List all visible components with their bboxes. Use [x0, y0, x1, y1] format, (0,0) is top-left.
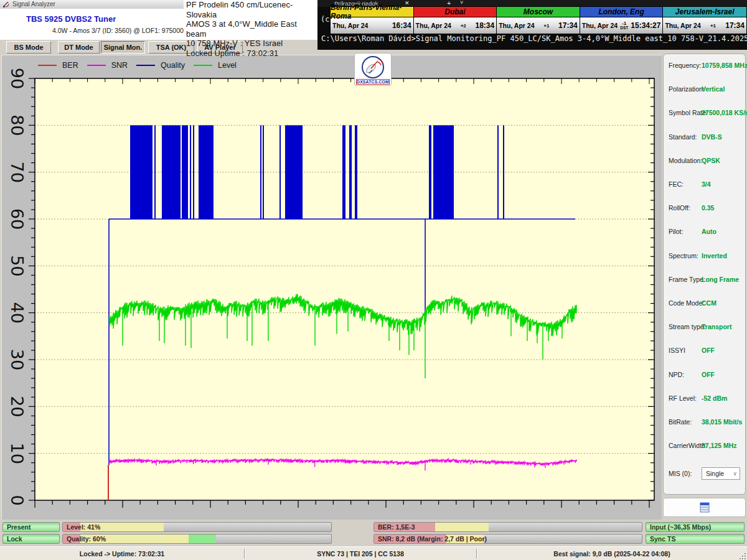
- clock-city-label: London, Eng: [580, 7, 663, 17]
- clock-time: 18:34: [475, 21, 494, 30]
- sync-label: Sync TS: [650, 535, 675, 543]
- legend-label: Level: [218, 61, 237, 70]
- input-label: Input (~36,35 Mbps): [650, 523, 711, 531]
- resize-grip[interactable]: [738, 552, 746, 559]
- tab-dt-mode[interactable]: DT Mode: [58, 41, 100, 54]
- sync-indicator: Sync TS: [646, 534, 745, 544]
- param-row-bitrate: BitRate:38,015 Mbit/s: [664, 418, 745, 428]
- param-value: CCM: [702, 299, 716, 307]
- clock-time: 15:34:27: [631, 21, 660, 30]
- y-axis-label-50: 50: [7, 255, 27, 276]
- chart-legend: BERSNRQualityLevel: [38, 61, 237, 70]
- quality-pulse: [285, 125, 303, 219]
- clock-date: Thu, Apr 24: [332, 22, 368, 29]
- clock-time: 16:34: [392, 21, 411, 30]
- quality-pulse: [355, 125, 357, 219]
- status-meters: PresentLevel: 41%BER: 1,5E-3Input (~36,3…: [0, 521, 747, 545]
- clock-utc-offset: -1DST: [620, 21, 628, 30]
- legend-item-ber: BER: [38, 61, 78, 70]
- present-indicator: Present: [2, 522, 60, 532]
- clock-jerusalem-israel: Jerusalem-IsraelThu, Apr 24+117:34: [663, 7, 746, 34]
- parameters-panel: Frequency:10759,858 MHzPolarization:Vert…: [663, 54, 746, 495]
- status-uptime: Locked -> Uptime: 73:02:31: [0, 547, 244, 560]
- clock-city-label: Berlin-Paris-Vienna-Roma: [331, 7, 413, 17]
- clock-utc-offset: +1: [543, 24, 549, 28]
- param-label: Standard:: [669, 133, 697, 141]
- level-indicator: Level: 41%: [62, 522, 332, 532]
- clock-dubai: DubaiThu, Apr 24+218:34: [414, 7, 497, 34]
- param-label: Code Mode:: [669, 299, 704, 307]
- y-axis-label-40: 40: [7, 302, 27, 323]
- param-value: DVB-S: [702, 133, 722, 141]
- y-axis-label-20: 20: [7, 396, 27, 417]
- quality-pulse: [260, 125, 261, 219]
- annotation-line-2: AMOS 3 at 4,0°W_Middle East beam: [184, 19, 317, 39]
- ber-indicator: BER: 1,5E-3: [374, 522, 642, 532]
- clock-date: Thu, Apr 24: [416, 22, 451, 29]
- app-icon: [2, 1, 10, 8]
- tab-bs-mode[interactable]: BS Mode: [6, 41, 51, 54]
- clock-time-row: Thu, Apr 24+117:34: [663, 17, 746, 34]
- ts-tool-button[interactable]: [663, 498, 746, 517]
- window-title: Signal Analyzer: [12, 1, 55, 7]
- clock-berlin-paris-vienna-roma: Berlin-Paris-Vienna-RomaThu, Apr 2416:34: [331, 7, 414, 34]
- quality-pulse: [154, 125, 156, 219]
- annotation-block: PF Prodelin 450 cm/Lucenec-Slovakia AMOS…: [184, 0, 317, 40]
- dxsatcs-logo-text: DXSATCS.COM: [356, 79, 390, 85]
- param-row-frequency: Frequency:10759,858 MHz: [664, 62, 745, 72]
- param-row-pilot: Pilot:Auto: [664, 228, 745, 238]
- quality-pulse: [190, 125, 191, 219]
- param-value: Long Frame: [702, 276, 739, 283]
- param-label: BitRate:: [669, 418, 692, 426]
- ts-table-icon: [700, 502, 710, 513]
- param-value: Auto: [702, 228, 716, 235]
- legend-swatch-ber: [38, 65, 57, 67]
- param-label: FEC:: [669, 180, 684, 188]
- quality-pulse: [497, 125, 499, 219]
- clock-time-row: Thu, Apr 24-1DST15:34:27: [580, 17, 663, 34]
- legend-label: SNR: [111, 61, 128, 70]
- clock-time-row: Thu, Apr 24+117:34: [497, 17, 580, 34]
- present-label: Present: [7, 523, 31, 531]
- quality-label: Quality: 60%: [67, 535, 106, 543]
- meter-segment: [435, 523, 489, 531]
- mis-dropdown[interactable]: Single∨: [702, 467, 740, 480]
- y-axis-label-60: 60: [7, 208, 27, 230]
- console-chevron-down-icon[interactable]: ˅: [460, 0, 463, 6]
- param-label: Modulation:: [669, 157, 702, 164]
- quality-pulse: [342, 125, 345, 219]
- quality-pulse: [433, 125, 454, 219]
- signal-analyzer-window: Signal Analyzer TBS 5925 DVBS2 Tuner 4.0…: [0, 0, 747, 560]
- param-value: Vertical: [702, 85, 725, 93]
- chevron-down-icon: ∨: [733, 470, 737, 477]
- quality-pulse: [193, 125, 194, 219]
- y-axis-label-30: 30: [7, 349, 27, 370]
- quality-pulse: [429, 125, 431, 219]
- quality-pulse: [182, 125, 188, 219]
- param-row-issyi: ISSYIOFF: [664, 347, 745, 357]
- status-best-signal: Best signal: 9,0 dB (2025-04-22 04:08): [477, 547, 747, 560]
- world-clock-toolbar: Berlin-Paris-Vienna-RomaThu, Apr 2416:34…: [330, 6, 747, 34]
- input-indicator: Input (~36,35 Mbps): [646, 522, 745, 532]
- clock-time: 17:34: [558, 21, 578, 30]
- param-label: RF Level:: [669, 394, 697, 402]
- param-value: Inverted: [702, 252, 727, 259]
- param-value: 0.35: [702, 204, 714, 212]
- param-value: OFF: [702, 347, 715, 354]
- snr-indicator: SNR: 8,2 dB (Margin: 2,7 dB | Poor): [374, 534, 642, 544]
- signal-monitor-chart: BERSNRQualityLevel DXSATCS.COM 908070605…: [1, 55, 662, 520]
- clock-city-label: Dubai: [414, 7, 497, 17]
- mis-dropdown-value: Single: [706, 470, 724, 477]
- tab-signal-mon[interactable]: Signal Mon.: [101, 41, 145, 54]
- param-label: Spectrum:: [669, 252, 698, 259]
- param-value: 37,125 MHz: [702, 442, 737, 449]
- annotation-line-3: 10 758 MHz-V : YES Israel: [184, 39, 317, 49]
- clock-utc-offset: +2: [461, 24, 466, 28]
- legend-item-snr: SNR: [87, 61, 128, 70]
- param-value: 10759,858 MHz: [702, 62, 747, 69]
- dxsatcs-logo-graphic: [359, 55, 387, 80]
- param-row-carrierwidth: CarrierWidth:37,125 MHz: [664, 442, 745, 452]
- y-axis-label-80: 80: [7, 114, 27, 136]
- tuner-name: TBS 5925 DVBS2 Tuner: [26, 14, 116, 24]
- param-label: RollOff:: [669, 204, 690, 212]
